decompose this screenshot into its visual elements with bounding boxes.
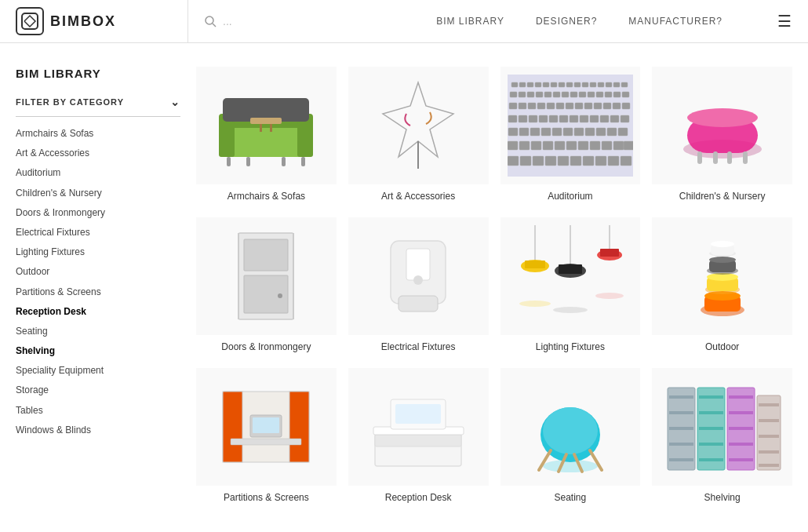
- main-nav: BIM LIBRARY DESIGNER? MANUFACTURER? ☰: [436, 12, 792, 31]
- svg-rect-23: [551, 82, 557, 87]
- svg-rect-32: [621, 82, 628, 87]
- sidebar-item-seating[interactable]: Seating: [16, 324, 180, 339]
- sidebar-item-windows-blinds[interactable]: Windows & Blinds: [16, 423, 180, 438]
- grid-item-reception-desk[interactable]: Reception Desk: [348, 368, 489, 503]
- sidebar-item-shelving[interactable]: Shelving: [16, 344, 180, 359]
- svg-rect-33: [510, 92, 517, 97]
- svg-rect-183: [729, 458, 753, 461]
- sidebar-item-childrens-nursery[interactable]: Children's & Nursery: [16, 186, 180, 201]
- svg-rect-189: [759, 464, 779, 467]
- svg-point-132: [595, 293, 624, 299]
- svg-rect-170: [669, 443, 693, 446]
- svg-rect-102: [608, 156, 619, 166]
- grid-item-auditorium[interactable]: Auditorium: [500, 67, 641, 202]
- svg-line-2: [213, 24, 216, 27]
- grid-image-partitions-screens: [196, 368, 337, 486]
- grid-image-outdoor: [652, 217, 792, 335]
- sidebar-item-auditorium[interactable]: Auditorium: [16, 166, 180, 180]
- svg-rect-118: [399, 296, 438, 312]
- svg-rect-60: [508, 115, 517, 122]
- grid-item-outdoor[interactable]: Outdoor: [652, 217, 792, 352]
- hamburger-menu[interactable]: ☰: [777, 12, 792, 31]
- grid-item-childrens-nursery[interactable]: Children's & Nursery: [652, 67, 792, 202]
- grid-label-reception-desk: Reception Desk: [385, 492, 452, 503]
- search-area[interactable]: ...: [188, 15, 248, 27]
- svg-rect-87: [555, 141, 565, 150]
- sidebar-item-storage[interactable]: Storage: [16, 383, 180, 398]
- svg-rect-38: [553, 92, 560, 97]
- svg-rect-6: [297, 122, 313, 157]
- svg-rect-18: [511, 82, 518, 87]
- grid-item-electrical-fixtures[interactable]: Electrical Fixtures: [348, 217, 489, 352]
- svg-rect-180: [729, 411, 753, 414]
- svg-rect-82: [618, 128, 628, 136]
- sidebar-item-art-accessories[interactable]: Art & Accessories: [16, 146, 180, 161]
- svg-rect-187: [759, 435, 779, 438]
- grid-label-doors-ironmongery: Doors & Ironmongery: [221, 341, 311, 352]
- sidebar-item-lighting-fixtures[interactable]: Lighting Fixtures: [16, 245, 180, 260]
- logo-text: BIMBOX: [50, 13, 116, 30]
- svg-rect-57: [603, 103, 611, 109]
- svg-rect-81: [607, 128, 617, 136]
- grid-item-lighting-fixtures[interactable]: Lighting Fixtures: [500, 217, 641, 352]
- sidebar-item-tables[interactable]: Tables: [16, 403, 180, 418]
- sidebar-item-electrical-fixtures[interactable]: Electrical Fixtures: [16, 225, 180, 240]
- svg-point-1: [206, 16, 213, 24]
- svg-rect-86: [543, 141, 553, 150]
- nav-designer[interactable]: DESIGNER?: [536, 16, 597, 27]
- svg-rect-147: [289, 392, 309, 462]
- svg-rect-109: [727, 151, 732, 164]
- sidebar-item-outdoor[interactable]: Outdoor: [16, 264, 180, 279]
- svg-rect-30: [606, 82, 612, 87]
- sidebar-item-speciality-equipment[interactable]: Speciality Equipment: [16, 363, 180, 378]
- grid-label-art-accessories: Art & Accessories: [381, 191, 455, 202]
- svg-rect-65: [559, 115, 568, 122]
- filter-label: FILTER BY CATEGORY: [16, 97, 124, 107]
- svg-rect-177: [699, 458, 723, 461]
- grid-item-seating[interactable]: Seating: [500, 368, 641, 503]
- svg-rect-58: [613, 103, 621, 109]
- product-grid: Armchairs & Sofas Art & Accessories: [196, 67, 792, 503]
- svg-rect-84: [519, 141, 530, 150]
- grid-label-outdoor: Outdoor: [705, 341, 739, 352]
- sidebar-item-armchairs-sofas[interactable]: Armchairs & Sofas: [16, 126, 180, 141]
- svg-rect-95: [520, 156, 531, 166]
- grid-item-shelving[interactable]: Shelving: [652, 368, 792, 503]
- grid-item-doors-ironmongery[interactable]: Doors & Ironmongery: [196, 217, 337, 352]
- svg-rect-48: [519, 103, 526, 109]
- svg-rect-50: [537, 103, 545, 109]
- nav-manufacturer[interactable]: MANUFACTURER?: [628, 16, 722, 27]
- svg-rect-49: [528, 103, 536, 109]
- grid-item-armchairs-sofas[interactable]: Armchairs & Sofas: [196, 67, 337, 202]
- grid-item-partitions-screens[interactable]: Partitions & Screens: [196, 368, 337, 503]
- sidebar-item-doors-ironmongery[interactable]: Doors & Ironmongery: [16, 206, 180, 220]
- svg-point-130: [519, 301, 551, 307]
- svg-rect-62: [529, 115, 537, 122]
- svg-rect-27: [582, 82, 588, 87]
- svg-rect-54: [575, 103, 583, 109]
- nav-bim-library[interactable]: BIM LIBRARY: [436, 16, 504, 27]
- search-icon: [204, 15, 217, 27]
- svg-rect-66: [570, 115, 578, 122]
- svg-point-106: [687, 108, 758, 127]
- svg-rect-67: [580, 115, 588, 122]
- svg-rect-85: [531, 141, 541, 150]
- svg-rect-110: [743, 151, 748, 164]
- svg-rect-150: [253, 417, 279, 433]
- grid-label-shelving: Shelving: [704, 492, 741, 503]
- sidebar-item-reception-desk[interactable]: Reception Desk: [16, 304, 180, 319]
- grid-item-art-accessories[interactable]: Art & Accessories: [348, 67, 489, 202]
- grid-image-childrens-nursery: [652, 67, 792, 184]
- svg-rect-88: [566, 141, 577, 150]
- svg-rect-89: [578, 141, 588, 150]
- svg-rect-91: [602, 141, 612, 150]
- svg-rect-26: [574, 82, 581, 87]
- filter-category-toggle[interactable]: FILTER BY CATEGORY ⌄: [16, 96, 180, 117]
- svg-rect-61: [519, 115, 527, 122]
- header: BIMBOX ... BIM LIBRARY DESIGNER? MANUFAC…: [0, 0, 808, 43]
- sidebar-item-partitions-screens[interactable]: Partitions & Screens: [16, 285, 180, 300]
- svg-rect-8: [250, 118, 282, 124]
- svg-rect-78: [574, 128, 584, 136]
- search-placeholder: ...: [223, 15, 232, 27]
- grid-image-reception-desk: [348, 368, 489, 486]
